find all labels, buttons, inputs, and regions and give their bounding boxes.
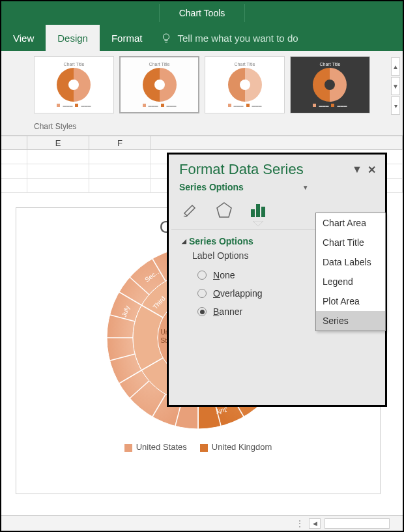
sunburst-mini-icon [313,68,347,102]
scroll-track[interactable] [325,518,390,529]
column-header-rest[interactable] [151,136,403,149]
dropdown-item-plot-area[interactable]: Plot Area [316,291,385,311]
pane-options-dropdown-icon[interactable]: ▼ [351,164,363,175]
rowcol-corner[interactable] [1,136,27,149]
tab-view[interactable]: View [1,25,46,51]
legend-label-uk: United Kingdom [212,442,272,452]
svg-rect-46 [251,209,255,217]
radio-icon [197,289,207,298]
chart-style-thumb-3[interactable]: Chart Title ▬▬▬ ▬▬▬ [205,56,285,113]
close-icon[interactable]: ✕ [366,164,377,175]
radio-icon [197,271,207,280]
pane-title: Format Data Series [179,161,349,178]
chart-legend[interactable]: United States United Kingdom [16,442,380,452]
chart-tools-label: Chart Tools [159,4,246,22]
series-options-chevron-down-icon[interactable]: ▼ [302,184,309,191]
tab-design[interactable]: Design [46,25,100,51]
svg-point-0 [164,34,169,40]
svg-rect-48 [261,207,265,217]
fill-line-icon[interactable] [179,199,201,221]
pane-subtitle[interactable]: Series Options [179,182,244,192]
tell-me-placeholder: Tell me what you want to do [177,33,298,44]
style-gallery-more[interactable]: ▾ [391,96,400,115]
lightbulb-icon [160,32,172,44]
thumb-title: Chart Title [149,62,170,66]
svg-marker-45 [217,203,231,217]
series-options-icon[interactable] [247,199,269,221]
legend-label-us: United States [136,442,187,452]
dropdown-item-series[interactable]: Series [316,311,385,331]
thumb-title: Chart Title [64,62,85,66]
collapse-triangle-icon: ◢ [182,238,186,244]
style-gallery-scroll-down[interactable]: ▼ [391,77,400,95]
effects-icon[interactable] [213,199,235,221]
tell-me-input[interactable]: Tell me what you want to do [154,25,298,51]
series-options-dropdown-menu: Chart Area Chart Title Data Labels Legen… [315,213,386,331]
ribbon-chart-styles-group: Chart Title ▬▬▬ ▬▬▬ Chart Title ▬▬▬ ▬▬▬ … [1,51,403,136]
tab-format[interactable]: Format [100,25,154,51]
legend-swatch-us [124,444,132,452]
sheet-tab-handle-icon[interactable]: ⋮ [296,519,305,528]
thumb-title: Chart Title [320,62,341,66]
sunburst-mini-icon [57,68,91,102]
column-headers: E F [1,136,403,150]
style-gallery-scroll-up[interactable]: ▲ [391,57,400,76]
horizontal-scrollbar[interactable]: ⋮ ◀ [1,515,403,531]
column-header-e[interactable]: E [27,136,89,149]
column-header-f[interactable]: F [89,136,151,149]
thumb-title: Chart Title [235,62,255,66]
chart-tools-titlebar: Chart Tools [1,1,403,25]
dropdown-item-data-labels[interactable]: Data Labels [316,252,385,272]
chart-style-thumb-2[interactable]: Chart Title ▬▬▬ ▬▬▬ [119,56,199,113]
scroll-left-icon[interactable]: ◀ [309,518,321,529]
dropdown-item-chart-title[interactable]: Chart Title [316,233,385,252]
sunburst-mini-icon [143,68,177,102]
sunburst-mini-icon [228,68,262,102]
radio-icon [197,307,207,316]
dropdown-item-legend[interactable]: Legend [316,272,385,291]
chart-style-thumb-4[interactable]: Chart Title ▬▬▬ ▬▬▬ [290,56,370,113]
ribbon-group-label: Chart Styles [34,122,76,131]
dropdown-item-chart-area[interactable]: Chart Area [316,213,385,233]
legend-swatch-uk [200,444,208,452]
svg-marker-49 [253,221,263,226]
chart-style-thumb-1[interactable]: Chart Title ▬▬▬ ▬▬▬ [34,56,114,113]
ribbon-tabs: View Design Format Tell me what you want… [1,25,403,51]
svg-rect-47 [256,204,260,217]
